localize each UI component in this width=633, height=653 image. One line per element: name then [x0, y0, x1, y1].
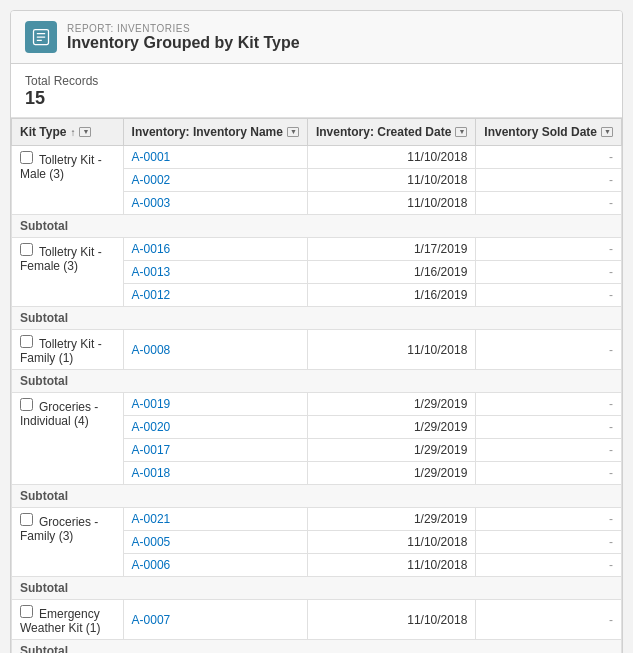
inv-name-link[interactable]: A-0002 [132, 173, 171, 187]
inv-name-cell: A-0013 [123, 261, 307, 284]
created-date-cell: 11/10/2018 [307, 169, 475, 192]
kit-type-cell: Groceries - Individual (4) [12, 393, 124, 485]
sold-date-cell: - [476, 192, 622, 215]
created-date-cell: 11/10/2018 [307, 192, 475, 215]
inv-name-link[interactable]: A-0006 [132, 558, 171, 572]
subtotal-row: Subtotal [12, 307, 622, 330]
sold-date-cell: - [476, 261, 622, 284]
sold-date-cell: - [476, 330, 622, 370]
inv-name-cell: A-0021 [123, 508, 307, 531]
inv-name-cell: A-0007 [123, 600, 307, 640]
inv-name-link[interactable]: A-0021 [132, 512, 171, 526]
table-row: Tolletry Kit - Male (3)A-000111/10/2018- [12, 146, 622, 169]
subtotal-row: Subtotal [12, 215, 622, 238]
inv-name-link[interactable]: A-0012 [132, 288, 171, 302]
created-date-cell: 1/17/2019 [307, 238, 475, 261]
table-row: Tolletry Kit - Female (3)A-00161/17/2019… [12, 238, 622, 261]
header-text: REPORT: INVENTORIES Inventory Grouped by… [67, 23, 300, 52]
report-header: REPORT: INVENTORIES Inventory Grouped by… [11, 11, 622, 64]
sold-date-cell: - [476, 146, 622, 169]
subtotal-label: Subtotal [12, 640, 622, 654]
summary-section: Total Records 15 [11, 64, 622, 118]
created-date-cell: 1/29/2019 [307, 508, 475, 531]
table-wrapper: Kit Type ↑ Inventory: Inventory Name [11, 118, 622, 653]
sold-date-cell: - [476, 393, 622, 416]
kit-type-filter-icon[interactable] [79, 127, 91, 137]
sold-date-cell: - [476, 462, 622, 485]
created-date-cell: 11/10/2018 [307, 600, 475, 640]
inv-name-cell: A-0006 [123, 554, 307, 577]
created-date-cell: 1/29/2019 [307, 439, 475, 462]
group-checkbox[interactable] [20, 151, 33, 164]
created-date-cell: 1/29/2019 [307, 416, 475, 439]
created-date-cell: 11/10/2018 [307, 554, 475, 577]
inv-name-link[interactable]: A-0019 [132, 397, 171, 411]
group-checkbox[interactable] [20, 243, 33, 256]
created-date-filter-icon[interactable] [455, 127, 467, 137]
subtotal-label: Subtotal [12, 307, 622, 330]
group-checkbox[interactable] [20, 398, 33, 411]
sort-arrow: ↑ [70, 127, 75, 138]
created-date-cell: 1/29/2019 [307, 393, 475, 416]
table-row: Groceries - Family (3)A-00211/29/2019- [12, 508, 622, 531]
inv-name-link[interactable]: A-0007 [132, 613, 171, 627]
inv-name-link[interactable]: A-0016 [132, 242, 171, 256]
inv-name-link[interactable]: A-0017 [132, 443, 171, 457]
created-date-cell: 11/10/2018 [307, 531, 475, 554]
sold-date-cell: - [476, 554, 622, 577]
created-date-cell: 11/10/2018 [307, 330, 475, 370]
inv-name-cell: A-0002 [123, 169, 307, 192]
kit-type-cell: Groceries - Family (3) [12, 508, 124, 577]
table-header-row: Kit Type ↑ Inventory: Inventory Name [12, 119, 622, 146]
inv-name-cell: A-0017 [123, 439, 307, 462]
total-records-label: Total Records [25, 74, 608, 88]
group-checkbox[interactable] [20, 605, 33, 618]
col-header-kit-type: Kit Type ↑ [12, 119, 124, 146]
created-date-cell: 1/16/2019 [307, 284, 475, 307]
report-icon [25, 21, 57, 53]
inv-name-filter-icon[interactable] [287, 127, 299, 137]
inv-name-link[interactable]: A-0020 [132, 420, 171, 434]
sold-date-cell: - [476, 439, 622, 462]
created-date-cell: 11/10/2018 [307, 146, 475, 169]
sold-date-cell: - [476, 238, 622, 261]
kit-type-cell: Tolletry Kit - Family (1) [12, 330, 124, 370]
sold-date-filter-icon[interactable] [601, 127, 613, 137]
inv-name-link[interactable]: A-0018 [132, 466, 171, 480]
subtotal-label: Subtotal [12, 485, 622, 508]
group-checkbox[interactable] [20, 513, 33, 526]
sold-date-cell: - [476, 169, 622, 192]
subtotal-label: Subtotal [12, 370, 622, 393]
inv-name-cell: A-0016 [123, 238, 307, 261]
group-checkbox[interactable] [20, 335, 33, 348]
inv-name-cell: A-0019 [123, 393, 307, 416]
subtotal-row: Subtotal [12, 485, 622, 508]
table-row: Emergency Weather Kit (1)A-000711/10/201… [12, 600, 622, 640]
inv-name-link[interactable]: A-0003 [132, 196, 171, 210]
inv-name-link[interactable]: A-0008 [132, 343, 171, 357]
inv-name-link[interactable]: A-0005 [132, 535, 171, 549]
kit-type-cell: Tolletry Kit - Male (3) [12, 146, 124, 215]
sold-date-cell: - [476, 284, 622, 307]
inv-name-link[interactable]: A-0013 [132, 265, 171, 279]
inv-name-cell: A-0008 [123, 330, 307, 370]
inv-name-cell: A-0005 [123, 531, 307, 554]
col-header-created-date: Inventory: Created Date [307, 119, 475, 146]
kit-type-cell: Emergency Weather Kit (1) [12, 600, 124, 640]
sold-date-cell: - [476, 600, 622, 640]
subtotal-row: Subtotal [12, 577, 622, 600]
table-row: Tolletry Kit - Family (1)A-000811/10/201… [12, 330, 622, 370]
kit-type-cell: Tolletry Kit - Female (3) [12, 238, 124, 307]
subtotal-label: Subtotal [12, 577, 622, 600]
sold-date-cell: - [476, 508, 622, 531]
subtotal-label: Subtotal [12, 215, 622, 238]
sold-date-cell: - [476, 531, 622, 554]
table-row: Groceries - Individual (4)A-00191/29/201… [12, 393, 622, 416]
created-date-cell: 1/16/2019 [307, 261, 475, 284]
inv-name-cell: A-0020 [123, 416, 307, 439]
report-container: REPORT: INVENTORIES Inventory Grouped by… [10, 10, 623, 653]
inv-name-link[interactable]: A-0001 [132, 150, 171, 164]
sold-date-cell: - [476, 416, 622, 439]
subtotal-row: Subtotal [12, 640, 622, 654]
inv-name-cell: A-0018 [123, 462, 307, 485]
